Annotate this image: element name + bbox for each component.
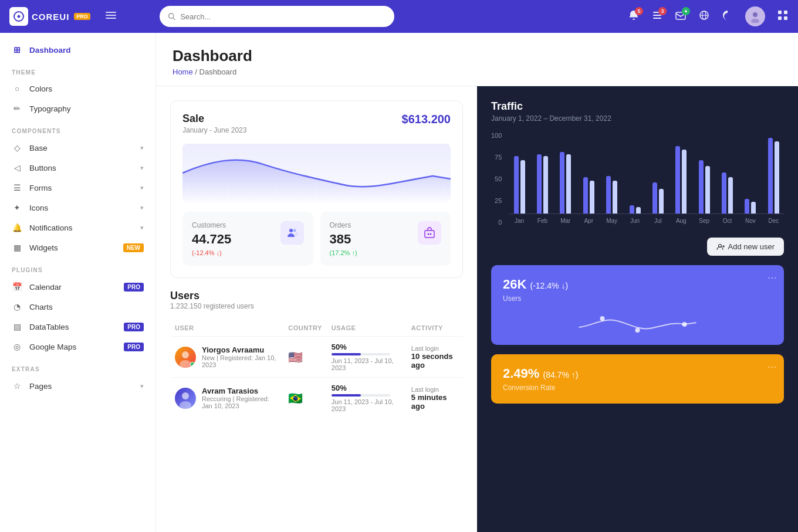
user-name-0: Yiorgos Avraamu [202,345,279,354]
sidebar-item-dashboard[interactable]: ⊞ Dashboard [0,40,155,60]
customers-label: Customers [192,221,231,229]
base-arrow-icon: ▾ [140,144,144,152]
bar-label-aug: Aug [671,218,691,224]
bar-pair-nov [745,199,756,214]
bar-blue-jun [630,205,634,214]
forms-icon: ☰ [12,183,22,192]
nav-toggle-icon[interactable] [106,10,116,23]
sidebar-label-buttons: Buttons [29,164,133,172]
bar-white-sep [705,166,710,214]
bar-label-may: May [601,218,622,224]
sidebar-item-googlemaps[interactable]: ◎ Google Maps PRO [0,337,155,357]
y-axis: 100 75 50 25 0 [491,132,502,226]
user-info-1: Avram Tarasios Reccuring | Registered: J… [202,387,279,409]
notif-arrow-icon: ▾ [140,224,144,232]
buttons-icon: ◁ [12,163,22,172]
apps-grid-btn[interactable] [777,9,789,23]
usage-pct-1: 50% [332,384,402,392]
bar-pair-may [606,176,617,214]
bar-chart-bars [509,132,784,214]
bar-blue-dec [768,138,773,214]
widgets-badge: NEW [123,243,144,252]
sidebar-item-colors[interactable]: ○ Colors [0,79,155,99]
sidebar-item-base[interactable]: ◇ Base ▾ [0,138,155,158]
sidebar-label-charts: Charts [29,303,144,311]
left-panel: Sale January - June 2023 $613.200 [156,86,477,532]
usage-bar-1 [332,394,390,397]
user-meta-1: Reccuring | Registered: Jan 10, 2023 [202,395,279,409]
bar-group-sep [694,160,714,214]
user-usage-1: 50% Jun 11, 2023 - Jul 10, 2023 [327,378,407,419]
sidebar-section-theme: THEME [0,60,155,79]
icons-icon: ✦ [12,203,22,212]
svg-point-4 [168,13,173,18]
translate-icon-btn[interactable] [698,9,710,23]
mail-icon-btn[interactable]: ● [675,9,687,23]
svg-rect-17 [778,16,782,20]
svg-point-20 [293,229,296,232]
sidebar-label-datatables: DataTables [29,323,117,331]
dashboard-icon: ⊞ [12,45,22,55]
sale-sparkline [182,144,451,202]
sidebar-item-pages[interactable]: ☆ Pages ▾ [0,376,155,396]
metric-conversion-card: ⋯ 2.49% (84.7% ↑) Conversion Rate [491,354,784,404]
sidebar-item-buttons[interactable]: ◁ Buttons ▾ [0,158,155,178]
svg-rect-7 [653,15,661,16]
users-table-header-row: User Country Usage Activity [170,320,463,337]
bar-group-mar [555,152,576,214]
svg-point-25 [180,360,191,368]
breadcrumb-current: Dashboard [200,67,237,76]
add-user-area: Add new user [491,238,784,256]
sidebar-item-notifications[interactable]: 🔔 Notifications ▾ [0,218,155,238]
sale-info: Sale January - June 2023 [182,113,246,134]
bar-blue-oct [722,172,726,214]
traffic-sub: January 1, 2022 – December 31, 2022 [491,114,784,123]
users-table: User Country Usage Activity [170,320,463,418]
googlemaps-badge: PRO [124,343,144,351]
bar-label-nov: Nov [740,218,760,224]
svg-point-24 [182,351,189,358]
sidebar-item-widgets[interactable]: ▦ Widgets NEW [0,238,155,257]
sidebar-section-components: COMPONENTS [0,118,155,138]
stat-orders: Orders 385 (17.2% ↑) [320,212,451,266]
page-header: Dashboard Home / Dashboard [156,33,798,86]
bar-blue-aug [675,146,680,214]
traffic-chart-area: 100 75 50 25 0 JanFebMarAprMayJunJulAugS… [491,132,784,226]
sidebar-item-icons[interactable]: ✦ Icons ▾ [0,198,155,218]
svg-point-26 [182,392,189,399]
user-country-1: 🇧🇷 [283,378,326,419]
users-sparkline-svg [503,310,772,333]
bars-container: JanFebMarAprMayJunJulAugSepOctNovDec [509,132,784,226]
breadcrumb: Home / Dashboard [173,67,782,76]
stat-customers-info: Customers 44.725 (-12.4% ↓) [192,221,231,256]
sidebar-item-forms[interactable]: ☰ Forms ▾ [0,178,155,198]
search-box[interactable] [160,6,394,27]
sidebar-section-plugins: PLUGINS [0,257,155,277]
metric-users-card: ⋯ 26K (-12.4% ↓) Users [491,265,784,345]
datatables-badge: PRO [124,323,144,331]
base-icon: ◇ [12,143,22,153]
bar-label-jan: Jan [509,218,529,224]
sidebar-item-datatables[interactable]: ▤ DataTables PRO [0,317,155,337]
sidebar-item-typography[interactable]: ✏ Typography [0,99,155,118]
bar-chart-labels: JanFebMarAprMayJunJulAugSepOctNovDec [509,218,784,224]
sidebar-item-calendar[interactable]: 📅 Calendar PRO [0,277,155,297]
add-user-button[interactable]: Add new user [707,238,785,256]
usage-range-0: Jun 11, 2023 - Jul 10, 2023 [332,357,402,371]
bar-white-jul [659,189,664,214]
usage-pct-0: 50% [332,343,402,351]
user-cell-inner-1: Avram Tarasios Reccuring | Registered: J… [175,387,279,409]
notifications-icon-btn[interactable]: 5 [628,9,640,23]
avatar[interactable] [745,6,765,26]
breadcrumb-home[interactable]: Home [173,67,193,76]
search-input[interactable] [180,12,386,21]
theme-toggle-btn[interactable] [722,9,733,23]
user-activity-0: Last login 10 seconds ago [407,337,463,378]
usage-range-1: Jun 11, 2023 - Jul 10, 2023 [332,398,402,412]
list-icon-btn[interactable]: 3 [651,9,663,23]
svg-rect-16 [784,11,787,14]
sidebar-label-forms: Forms [29,184,133,192]
metric-menu-conversion[interactable]: ⋯ [767,361,777,372]
metric-menu-users[interactable]: ⋯ [767,272,777,283]
sidebar-item-charts[interactable]: ◔ Charts [0,297,155,317]
